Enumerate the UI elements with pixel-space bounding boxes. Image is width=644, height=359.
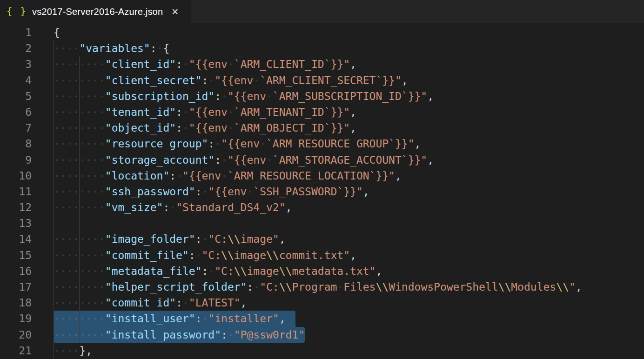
whitespace-dots: · <box>157 42 163 54</box>
line-content: ········"image_folder":·"C:\\image", <box>32 231 286 247</box>
line-number[interactable]: 7 <box>0 120 32 136</box>
code-token: , <box>350 106 356 118</box>
code-token: `ARM_CLIENT_SECRET`}}" <box>260 74 402 86</box>
whitespace-dots: · <box>221 154 228 166</box>
line-number[interactable]: 18 <box>0 295 32 311</box>
code-token: metadata.txt" <box>292 265 376 277</box>
code-line[interactable]: 19········"install_user":·"installer", <box>0 311 644 326</box>
code-token: commit.txt" <box>279 249 350 261</box>
code-token: , <box>395 170 402 182</box>
tab-vs2017-server2016-azure-json[interactable]: { } vs2017-Server2016-Azure.json ✕ <box>0 0 191 23</box>
code-line[interactable]: 8········"resource_group":·"{{env·`ARM_R… <box>0 136 644 152</box>
code-token: : <box>195 312 202 325</box>
whitespace-dots: · <box>221 170 228 182</box>
code-line[interactable]: 16········"metadata_file":·"C:\\image\\m… <box>0 263 644 279</box>
line-number[interactable]: 13 <box>0 215 32 231</box>
line-number[interactable]: 9 <box>0 152 32 168</box>
whitespace-dots: ········ <box>54 297 105 309</box>
whitespace-dots: · <box>208 74 215 86</box>
code-line[interactable]: 6········"tenant_id":·"{{env·`ARM_TENANT… <box>0 104 644 120</box>
code-token: \\ <box>266 249 279 261</box>
code-line[interactable]: 4········"client_secret":·"{{env·`ARM_CL… <box>0 73 644 88</box>
line-content: ········"ssh_password":·"{{env·`SSH_PASS… <box>32 184 369 199</box>
code-line[interactable]: 21····}, <box>0 343 644 359</box>
tab-title: vs2017-Server2016-Azure.json <box>32 7 163 17</box>
code-line[interactable]: 5········"subscription_id":·"{{env·`ARM_… <box>0 88 644 104</box>
code-token: : <box>189 249 195 261</box>
code-token: "{{env <box>221 138 260 150</box>
line-content: ········"commit_file":·"C:\\image\\commi… <box>32 247 356 263</box>
whitespace-dots: · <box>228 329 234 341</box>
code-line[interactable]: 11········"ssh_password":·"{{env·`SSH_PA… <box>0 184 644 199</box>
line-content: ········"helper_script_folder":·"C:\\Pro… <box>32 279 582 295</box>
code-token: "{{env <box>215 74 253 86</box>
line-number[interactable]: 1 <box>0 25 32 40</box>
editor[interactable]: 1{2····"variables":·{3········"client_id… <box>0 23 644 359</box>
line-number[interactable]: 8 <box>0 136 32 152</box>
line-number[interactable]: 17 <box>0 279 32 295</box>
code-line[interactable]: 18········"commit_id":·"LATEST", <box>0 295 644 311</box>
code-token: "{{env <box>189 106 228 118</box>
whitespace-dots: ········ <box>54 281 105 293</box>
code-token: "client_id" <box>105 58 176 70</box>
whitespace-dots: · <box>202 233 208 245</box>
code-token: \\ <box>279 281 292 293</box>
whitespace-dots: ···· <box>54 42 79 54</box>
code-line[interactable]: 17········"helper_script_folder":·"C:\\P… <box>0 279 644 295</box>
code-token: : <box>215 90 221 102</box>
code-line[interactable]: 14········"image_folder":·"C:\\image", <box>0 231 644 247</box>
line-content: ········"subscription_id":·"{{env·`ARM_S… <box>32 88 434 104</box>
line-number[interactable]: 14 <box>0 231 32 247</box>
line-content: ········"storage_account":·"{{env·`ARM_S… <box>32 152 434 168</box>
line-number[interactable]: 2 <box>0 40 32 56</box>
line-number[interactable]: 20 <box>0 327 32 343</box>
line-number[interactable]: 11 <box>0 184 32 199</box>
code-token: , <box>286 201 292 213</box>
whitespace-dots: ···· <box>54 345 79 357</box>
line-number[interactable]: 4 <box>0 73 32 88</box>
whitespace-dots: ········ <box>54 265 105 277</box>
code-line[interactable]: 7········"object_id":·"{{env·`ARM_OBJECT… <box>0 120 644 136</box>
whitespace-dots: · <box>182 122 189 134</box>
code-line[interactable]: 15········"commit_file":·"C:\\image\\com… <box>0 247 644 263</box>
line-number[interactable]: 19 <box>0 311 32 326</box>
line-number[interactable]: 16 <box>0 263 32 279</box>
code-token: "helper_script_folder" <box>105 281 247 293</box>
whitespace-dots: · <box>208 265 215 277</box>
line-number[interactable]: 5 <box>0 88 32 104</box>
whitespace-dots: · <box>228 58 234 70</box>
code-lines: 1{2····"variables":·{3········"client_id… <box>0 25 644 359</box>
code-line[interactable]: 3········"client_id":·"{{env·`ARM_CLIENT… <box>0 56 644 72</box>
json-file-icon: { } <box>7 6 27 17</box>
code-token: , <box>576 281 582 293</box>
code-token: : <box>208 138 215 150</box>
code-line[interactable]: 9········"storage_account":·"{{env·`ARM_… <box>0 152 644 168</box>
code-token: "resource_group" <box>105 138 208 150</box>
line-content: ········"install_user":·"installer", <box>32 311 295 326</box>
whitespace-dots: ········ <box>54 329 105 341</box>
whitespace-dots: ········ <box>54 201 105 213</box>
line-number[interactable]: 12 <box>0 199 32 215</box>
code-token: "client_secret" <box>105 74 202 86</box>
code-line[interactable]: 13 <box>0 215 644 231</box>
code-token: `ARM_TENANT_ID`}}" <box>234 106 350 118</box>
whitespace-dots: · <box>182 58 189 70</box>
code-line[interactable]: 12········"vm_size":·"Standard_DS4_v2", <box>0 199 644 215</box>
close-tab-icon[interactable]: ✕ <box>171 7 179 16</box>
code-token: Files <box>343 281 376 293</box>
whitespace-dots: ········ <box>54 122 105 134</box>
line-number[interactable]: 15 <box>0 247 32 263</box>
code-line[interactable]: 1{ <box>0 25 644 40</box>
code-token: { <box>163 42 169 54</box>
whitespace-dots: ········ <box>54 312 105 325</box>
code-line[interactable]: 10········"location":·"{{env·`ARM_RESOUR… <box>0 168 644 184</box>
line-number[interactable]: 3 <box>0 56 32 72</box>
whitespace-dots: · <box>337 281 343 293</box>
code-line[interactable]: 20········"install_password":·"P@ssw0rd1… <box>0 327 644 343</box>
code-token: `ARM_STORAGE_ACCOUNT`}}" <box>273 154 427 166</box>
code-line[interactable]: 2····"variables":·{ <box>0 40 644 56</box>
line-number[interactable]: 10 <box>0 168 32 184</box>
line-number[interactable]: 21 <box>0 343 32 359</box>
line-number[interactable]: 6 <box>0 104 32 120</box>
code-token: : <box>202 74 208 86</box>
